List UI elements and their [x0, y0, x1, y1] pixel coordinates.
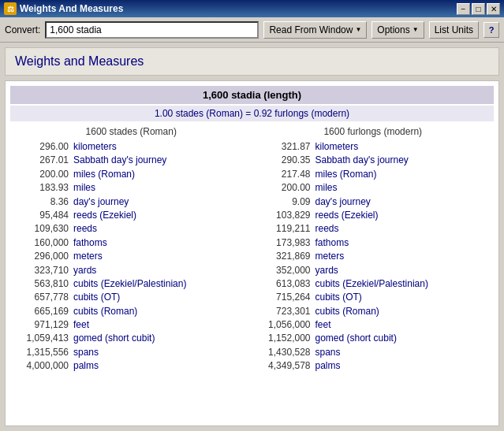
help-button[interactable]: ?: [483, 22, 499, 38]
left-num: 657,778: [10, 291, 73, 304]
left-unit: palms: [73, 359, 99, 373]
right-col: 613,083 cubits (Ezekiel/Palestinian): [252, 277, 495, 291]
right-unit: reeds: [315, 222, 339, 236]
table-row: 1,059,413 gomed (short cubit) 1,152,000 …: [10, 332, 494, 345]
toolbar: Convert: Read From Window ▼ Options ▼ Li…: [0, 17, 504, 43]
left-col: 657,778 cubits (OT): [10, 291, 252, 304]
right-num: 715,264: [252, 291, 315, 304]
right-unit: kilometers: [315, 140, 359, 154]
list-units-button[interactable]: List Units: [429, 21, 479, 39]
left-unit: reeds (Ezekiel): [73, 209, 136, 222]
right-num: 321,869: [252, 250, 315, 263]
right-col: 217.48 miles (Roman): [252, 168, 495, 181]
right-num: 1,056,000: [252, 318, 315, 332]
left-unit: meters: [73, 250, 103, 263]
right-col: 321.87 kilometers: [252, 140, 495, 154]
right-unit: feet: [315, 318, 331, 332]
left-unit: kilometers: [73, 140, 117, 154]
left-num: 971,129: [10, 318, 73, 332]
options-button[interactable]: Options ▼: [371, 21, 424, 39]
left-col: 323,710 yards: [10, 264, 252, 277]
table-row: 160,000 fathoms 173,983 fathoms: [10, 236, 494, 250]
right-col: 9.09 day's journey: [252, 195, 495, 209]
columns-header: 1600 stades (Roman) 1600 furlongs (moder…: [10, 124, 494, 139]
right-num: 321.87: [252, 140, 315, 154]
left-num: 296.00: [10, 140, 73, 154]
left-unit: yards: [73, 264, 96, 277]
right-num: 217.48: [252, 168, 315, 181]
results-sub: 1.00 stades (Roman) = 0.92 furlongs (mod…: [10, 106, 494, 121]
right-col: 200.00 miles: [252, 181, 495, 195]
right-unit: Sabbath day's journey: [315, 154, 409, 167]
read-from-window-button[interactable]: Read From Window ▼: [263, 21, 367, 39]
left-num: 267.01: [10, 154, 73, 167]
right-unit: palms: [315, 359, 341, 373]
table-row: 4,000,000 palms 4,349,578 palms: [10, 359, 494, 373]
left-col: 109,630 reeds: [10, 222, 252, 236]
left-unit: spans: [73, 346, 99, 359]
right-col: 723,301 cubits (Roman): [252, 305, 495, 318]
left-num: 563,810: [10, 277, 73, 291]
right-num: 352,000: [252, 264, 315, 277]
left-unit: miles (Roman): [73, 168, 135, 181]
data-rows: 296.00 kilometers 321.87 kilometers 267.…: [10, 140, 494, 373]
left-col: 1,315,556 spans: [10, 346, 252, 359]
right-unit: yards: [315, 264, 338, 277]
right-col: 4,349,578 palms: [252, 359, 495, 373]
right-num: 173,983: [252, 236, 315, 250]
convert-input[interactable]: [45, 21, 259, 39]
left-col: 296,000 meters: [10, 250, 252, 263]
close-button[interactable]: ✕: [487, 3, 500, 15]
table-row: 8.36 day's journey 9.09 day's journey: [10, 195, 494, 209]
minimize-button[interactable]: −: [457, 3, 470, 15]
right-col: 1,056,000 feet: [252, 318, 495, 332]
table-row: 296.00 kilometers 321.87 kilometers: [10, 140, 494, 154]
left-num: 8.36: [10, 195, 73, 209]
convert-label: Convert:: [5, 24, 40, 35]
right-col: 715,264 cubits (OT): [252, 291, 495, 304]
left-col: 200.00 miles (Roman): [10, 168, 252, 181]
right-num: 119,211: [252, 222, 315, 236]
left-num: 109,630: [10, 222, 73, 236]
left-unit: miles: [73, 181, 95, 195]
table-row: 267.01 Sabbath day's journey 290.35 Sabb…: [10, 154, 494, 167]
right-num: 1,430,528: [252, 346, 315, 359]
table-row: 563,810 cubits (Ezekiel/Palestinian) 613…: [10, 277, 494, 291]
left-unit: fathoms: [73, 236, 107, 250]
left-unit: cubits (OT): [73, 291, 120, 304]
right-num: 613,083: [252, 277, 315, 291]
table-row: 1,315,556 spans 1,430,528 spans: [10, 346, 494, 359]
left-unit: cubits (Ezekiel/Palestinian): [73, 277, 186, 291]
right-col: 1,430,528 spans: [252, 346, 495, 359]
right-unit: miles: [315, 181, 338, 195]
right-num: 4,349,578: [252, 359, 315, 373]
left-col: 296.00 kilometers: [10, 140, 252, 154]
right-col: 1,152,000 gomed (short cubit): [252, 332, 495, 345]
left-num: 4,000,000: [10, 359, 73, 373]
right-col: 103,829 reeds (Ezekiel): [252, 209, 495, 222]
content-area: Weights and Measures 1,600 stadia (lengt…: [0, 43, 504, 431]
title-bar-buttons: − □ ✕: [457, 3, 500, 15]
right-num: 723,301: [252, 305, 315, 318]
table-row: 200.00 miles (Roman) 217.48 miles (Roman…: [10, 168, 494, 181]
right-unit: fathoms: [315, 236, 349, 250]
left-col: 95,484 reeds (Ezekiel): [10, 209, 252, 222]
right-num: 9.09: [252, 195, 315, 209]
right-col: 290.35 Sabbath day's journey: [252, 154, 495, 167]
left-col: 267.01 Sabbath day's journey: [10, 154, 252, 167]
title-bar-left: ⚖ Weights And Measures: [4, 2, 123, 15]
results-header: 1,600 stadia (length): [10, 86, 494, 104]
left-col: 4,000,000 palms: [10, 359, 252, 373]
maximize-button[interactable]: □: [472, 3, 485, 15]
left-col: 160,000 fathoms: [10, 236, 252, 250]
results-panel: 1,600 stadia (length) 1.00 stades (Roman…: [5, 80, 499, 426]
left-unit: gomed (short cubit): [73, 332, 155, 345]
app-icon: ⚖: [4, 2, 17, 15]
table-row: 657,778 cubits (OT) 715,264 cubits (OT): [10, 291, 494, 304]
left-num: 200.00: [10, 168, 73, 181]
left-unit: feet: [73, 318, 89, 332]
right-col: 352,000 yards: [252, 264, 495, 277]
right-unit: reeds (Ezekiel): [315, 209, 379, 222]
left-col: 563,810 cubits (Ezekiel/Palestinian): [10, 277, 252, 291]
left-num: 160,000: [10, 236, 73, 250]
